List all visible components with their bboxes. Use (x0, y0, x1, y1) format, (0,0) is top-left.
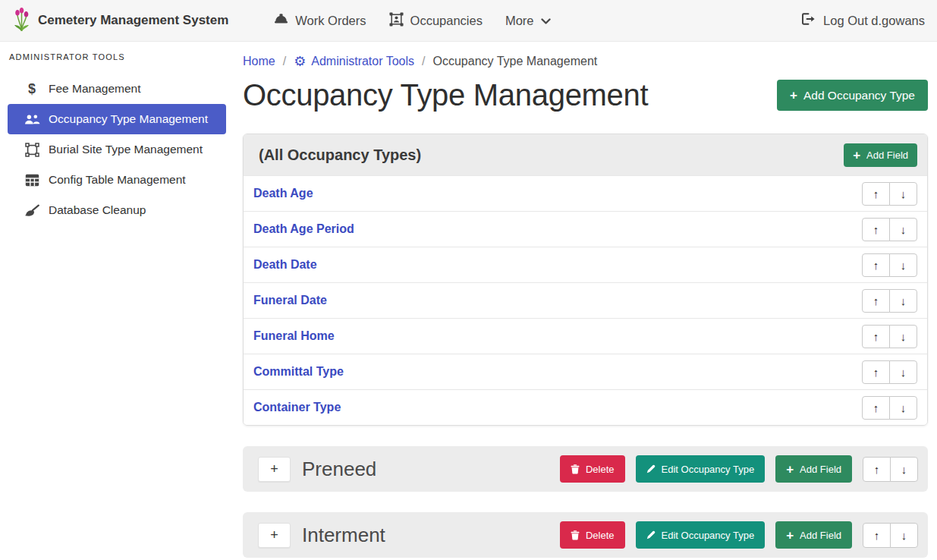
move-up-button[interactable]: ↑ (862, 289, 890, 313)
logout-icon (801, 13, 816, 28)
sidebar-item-occupancy-type-management[interactable]: Occupancy Type Management (8, 104, 226, 134)
reorder-controls: ↑ ↓ (862, 325, 917, 348)
nav-item-label: Work Orders (295, 14, 366, 28)
field-link-death-age-period[interactable]: Death Age Period (253, 222, 354, 236)
expand-button[interactable]: + (258, 457, 291, 482)
move-up-button[interactable]: ↑ (862, 396, 890, 420)
section-title: Interment (302, 524, 385, 547)
add-field-button[interactable]: + Add Field (775, 455, 852, 483)
sidebar-item-label: Burial Site Type Management (49, 143, 203, 156)
field-row: Container Type ↑ ↓ (244, 389, 927, 425)
field-link-funeral-home[interactable]: Funeral Home (253, 329, 335, 343)
nav-item-more[interactable]: More (505, 14, 551, 28)
add-field-button[interactable]: + Add Field (775, 521, 852, 549)
top-navbar: Cemetery Management System Work Orders (0, 0, 937, 42)
field-link-committal-type[interactable]: Committal Type (253, 365, 344, 379)
move-down-button[interactable]: ↓ (889, 360, 917, 384)
move-down-button[interactable]: ↓ (890, 457, 918, 482)
move-up-button[interactable]: ↑ (863, 523, 891, 548)
broom-icon (23, 204, 41, 217)
field-link-death-date[interactable]: Death Date (253, 258, 317, 272)
move-up-button[interactable]: ↑ (862, 182, 890, 206)
trash-icon (571, 530, 580, 540)
table-icon (23, 174, 41, 187)
main-content: Home / ⚙ Administrator Tools / Occupancy… (235, 42, 937, 560)
plus-icon: + (786, 529, 794, 542)
reorder-controls: ↑ ↓ (863, 523, 918, 548)
edit-occupancy-type-button[interactable]: Edit Occupancy Type (636, 455, 766, 483)
move-up-button[interactable]: ↑ (862, 253, 890, 277)
nav-links: Work Orders Occupancies M (251, 12, 550, 30)
delete-button[interactable]: Delete (560, 455, 625, 483)
reorder-controls: ↑ ↓ (862, 396, 917, 420)
sidebar-item-label: Config Table Management (49, 173, 186, 187)
logout-link[interactable]: Log Out d.gowans (801, 13, 925, 28)
section-preneed: + Preneed Delete E (243, 446, 928, 492)
sidebar-header: ADMINISTRATOR TOOLS (0, 46, 235, 74)
expand-button[interactable]: + (258, 523, 291, 548)
field-row: Funeral Date ↑ ↓ (244, 282, 927, 318)
card-header: (All Occupancy Types) + Add Field (244, 134, 927, 175)
move-up-button[interactable]: ↑ (862, 218, 890, 241)
move-down-button[interactable]: ↓ (889, 218, 917, 241)
chevron-down-icon (541, 14, 551, 28)
field-row: Death Age Period ↑ ↓ (244, 211, 927, 247)
add-field-button[interactable]: + Add Field (844, 143, 917, 167)
breadcrumb-current: Occupancy Type Management (433, 55, 598, 68)
move-down-button[interactable]: ↓ (889, 253, 917, 277)
delete-button[interactable]: Delete (560, 521, 625, 549)
field-link-death-age[interactable]: Death Age (253, 187, 313, 200)
tulip-logo-icon (12, 7, 31, 35)
gear-icon: ⚙ (294, 55, 306, 68)
nav-item-label: More (505, 14, 534, 28)
vector-square-icon (23, 143, 41, 157)
breadcrumb-admin-tools-label: Administrator Tools (311, 55, 414, 68)
frame-user-icon (389, 12, 404, 30)
edit-occupancy-type-button[interactable]: Edit Occupancy Type (636, 521, 766, 549)
brand-link[interactable]: Cemetery Management System (12, 7, 228, 35)
dollar-icon: $ (23, 81, 41, 97)
field-link-container-type[interactable]: Container Type (253, 401, 341, 414)
move-down-button[interactable]: ↓ (889, 396, 917, 420)
move-up-button[interactable]: ↑ (862, 360, 890, 384)
card-title: (All Occupancy Types) (259, 146, 421, 164)
sidebar-item-fee-management[interactable]: $ Fee Management (8, 74, 226, 104)
move-up-button[interactable]: ↑ (862, 325, 890, 348)
nav-item-occupancies[interactable]: Occupancies (389, 12, 483, 30)
reorder-controls: ↑ ↓ (862, 253, 917, 277)
sidebar-item-label: Fee Management (49, 82, 141, 96)
plus-icon: + (790, 89, 797, 102)
plus-icon: + (786, 463, 794, 476)
reorder-controls: ↑ ↓ (862, 360, 917, 384)
sidebar-item-label: Occupancy Type Management (49, 112, 208, 126)
add-occupancy-type-button[interactable]: + Add Occupancy Type (777, 80, 928, 111)
sidebar-item-label: Database Cleanup (49, 203, 146, 217)
field-row: Death Date ↑ ↓ (244, 247, 927, 282)
all-occupancy-types-card: (All Occupancy Types) + Add Field Death … (243, 134, 928, 426)
sidebar-item-database-cleanup[interactable]: Database Cleanup (8, 195, 226, 225)
move-down-button[interactable]: ↓ (889, 289, 917, 313)
move-down-button[interactable]: ↓ (890, 523, 918, 548)
nav-item-work-orders[interactable]: Work Orders (274, 13, 366, 29)
field-row: Committal Type ↑ ↓ (244, 354, 927, 389)
pencil-icon (646, 464, 656, 473)
reorder-controls: ↑ ↓ (862, 289, 917, 313)
plus-icon: + (853, 149, 860, 162)
pencil-icon (646, 530, 656, 540)
nav-item-label: Occupancies (410, 14, 483, 28)
sidebar-item-burial-site-type-management[interactable]: Burial Site Type Management (8, 134, 226, 165)
breadcrumb-home-link[interactable]: Home (243, 55, 275, 68)
breadcrumb-admin-tools-link[interactable]: ⚙ Administrator Tools (294, 55, 414, 68)
move-down-button[interactable]: ↓ (889, 325, 917, 348)
field-row: Death Age ↑ ↓ (244, 175, 927, 211)
admin-sidebar: ADMINISTRATOR TOOLS $ Fee Management Occ… (0, 42, 235, 560)
move-down-button[interactable]: ↓ (889, 182, 917, 206)
reorder-controls: ↑ ↓ (862, 182, 917, 206)
users-icon (23, 114, 41, 125)
move-up-button[interactable]: ↑ (863, 457, 891, 482)
reorder-controls: ↑ ↓ (863, 457, 918, 482)
section-interment: + Interment Delete (243, 512, 928, 558)
sidebar-item-config-table-management[interactable]: Config Table Management (8, 165, 226, 195)
field-link-funeral-date[interactable]: Funeral Date (253, 294, 327, 307)
logout-label: Log Out d.gowans (823, 14, 925, 28)
